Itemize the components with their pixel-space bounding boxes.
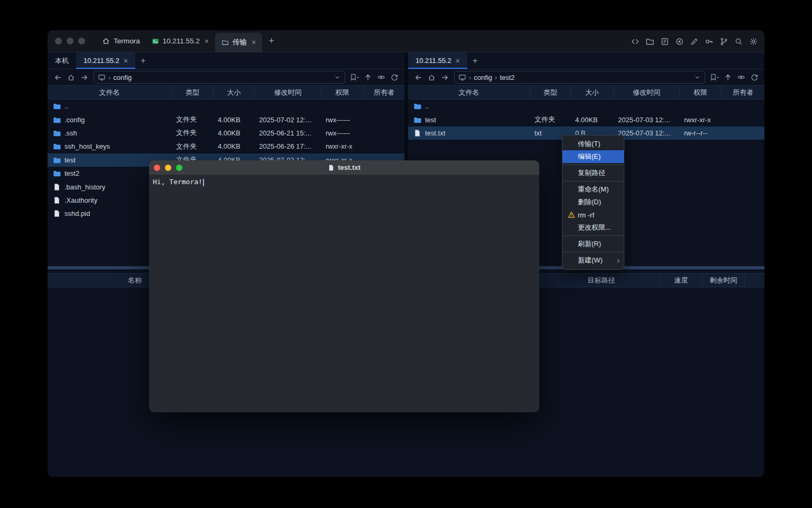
menu-item[interactable]: 刷新(R) › [562, 238, 624, 250]
path-field[interactable]: ›config›test2 [454, 71, 705, 84]
type-cell: 文件夹 [172, 142, 214, 151]
refresh-icon[interactable] [389, 72, 400, 83]
record-icon[interactable] [675, 37, 684, 46]
up-arrow-icon[interactable] [722, 72, 734, 83]
table-row[interactable]: ssh_host_keys 文件夹 4.00KB 2025-06-26 17:.… [48, 140, 404, 153]
column-header[interactable]: 大小 [214, 86, 255, 99]
column-header[interactable]: 修改时间 [614, 86, 680, 99]
tab-local[interactable]: 本机 [48, 52, 76, 69]
zoom-button[interactable] [176, 165, 182, 171]
type-cell: 文件夹 [172, 115, 214, 124]
warning-icon [568, 211, 578, 219]
tab-label: 10.211.55.2 [84, 57, 119, 65]
chevron-down-icon[interactable] [334, 74, 341, 81]
column-header[interactable]: 类型 [530, 86, 571, 99]
branch-icon[interactable] [719, 37, 728, 46]
close-tab-icon[interactable]: × [252, 38, 256, 47]
forward-arrow-icon[interactable] [78, 72, 90, 83]
menu-item[interactable]: 传输(T) › [562, 138, 624, 150]
eye-icon[interactable] [735, 72, 747, 83]
close-tab-icon[interactable]: × [456, 57, 460, 65]
new-window-tab-button[interactable]: + [262, 35, 281, 47]
close-tab-icon[interactable]: × [124, 57, 128, 65]
submenu-arrow-icon: › [617, 256, 620, 265]
forward-arrow-icon[interactable] [439, 72, 450, 83]
column-header[interactable]: 所有者 [364, 86, 404, 99]
tab-host[interactable]: 10.211.55.2 × [408, 52, 467, 69]
column-header[interactable]: 文件名 [408, 86, 530, 99]
path-field[interactable]: ›config [94, 71, 345, 84]
close-tab-icon[interactable]: × [205, 37, 209, 46]
eye-icon[interactable] [375, 72, 387, 83]
settings-icon[interactable] [749, 37, 758, 46]
close-button[interactable] [154, 165, 160, 171]
menu-item[interactable]: rm -rf › [562, 208, 624, 221]
transfer-column-target-path[interactable]: 目标路径 [542, 274, 660, 287]
window-tab-transfer[interactable]: 传输 × [215, 33, 262, 52]
right-pathbar: ›config›test2 [408, 69, 764, 85]
menu-item[interactable]: 复制路径 › [562, 167, 624, 179]
folder-icon [413, 102, 421, 110]
transfer-column-end-spacer [744, 274, 764, 287]
app-home-tab[interactable]: Termora [97, 30, 145, 52]
zoom-button[interactable] [78, 38, 85, 44]
filename-cell: ssh_host_keys [48, 142, 172, 150]
menu-item-label: 删除(D) [578, 197, 601, 207]
column-header[interactable]: 类型 [172, 86, 214, 99]
tab-host[interactable]: 10.211.55.2 × [76, 52, 135, 69]
menu-item[interactable]: 重命名(M) › [562, 183, 624, 196]
window-tab-host[interactable]: 10.211.55.2 × [145, 30, 216, 52]
column-header[interactable]: 修改时间 [255, 86, 321, 99]
column-header[interactable]: 权限 [680, 86, 722, 99]
pencil-icon[interactable] [690, 37, 699, 46]
table-row[interactable]: .ssh 文件夹 4.00KB 2025-06-21 15:... rwx---… [48, 126, 404, 140]
column-header[interactable]: 大小 [571, 86, 614, 99]
add-panel-tab-button[interactable]: + [467, 52, 483, 69]
bookmark-icon[interactable] [349, 72, 361, 83]
table-row[interactable]: .. [48, 99, 404, 113]
close-button[interactable] [55, 38, 62, 44]
editor-content[interactable]: Hi, Termora! [149, 175, 539, 412]
folder-icon[interactable] [645, 37, 654, 46]
transfer-column-speed[interactable]: 速度 [660, 274, 702, 287]
menu-item[interactable]: 更改权限... › [562, 221, 624, 234]
up-arrow-icon[interactable] [362, 72, 374, 83]
menu-separator [563, 235, 623, 236]
menu-separator [563, 181, 623, 182]
path-segment[interactable]: config [113, 74, 132, 81]
code-icon[interactable] [631, 37, 640, 46]
path-segment[interactable]: test2 [500, 74, 514, 81]
notebook-icon[interactable] [660, 37, 669, 46]
back-arrow-icon[interactable] [52, 72, 63, 83]
add-panel-tab-button[interactable]: + [135, 52, 151, 69]
filename-cell: test [408, 116, 530, 124]
table-row[interactable]: .config 文件夹 4.00KB 2025-07-02 12:... rwx… [48, 113, 404, 126]
bookmark-icon[interactable] [709, 72, 721, 83]
menu-item-label: 重命名(M) [578, 185, 609, 194]
column-header[interactable]: 文件名 [48, 86, 172, 99]
back-arrow-icon[interactable] [412, 72, 424, 83]
minimize-button[interactable] [67, 38, 73, 44]
menu-item[interactable]: 删除(D) › [562, 196, 624, 208]
column-header[interactable]: 权限 [321, 86, 364, 99]
menu-item[interactable]: 新建(W) › [562, 254, 624, 267]
path-segment[interactable]: config [474, 74, 492, 81]
search-icon[interactable] [734, 37, 743, 46]
menu-item[interactable]: 编辑(E) › [562, 150, 624, 163]
minimize-button[interactable] [165, 165, 171, 171]
transfer-column-remaining-time[interactable]: 剩余时间 [702, 274, 744, 287]
editor-title: test.txt [149, 160, 539, 175]
computer-icon [458, 74, 466, 81]
table-row[interactable]: .. [408, 99, 764, 113]
chevron-down-icon[interactable] [694, 74, 701, 81]
table-row[interactable]: test 文件夹 4.00KB 2025-07-03 12:... rwxr-x… [408, 113, 764, 126]
home-icon[interactable] [426, 72, 437, 83]
key-icon[interactable] [705, 37, 714, 46]
home-icon[interactable] [65, 72, 77, 83]
refresh-icon[interactable] [749, 72, 760, 83]
folder-icon [413, 116, 421, 124]
file-table-header: 文件名类型大小修改时间权限所有者 [48, 85, 404, 99]
column-header[interactable]: 所有者 [722, 86, 764, 99]
permissions-cell: rwxr-xr-x [680, 116, 722, 124]
breadcrumb-separator: › [108, 74, 110, 81]
